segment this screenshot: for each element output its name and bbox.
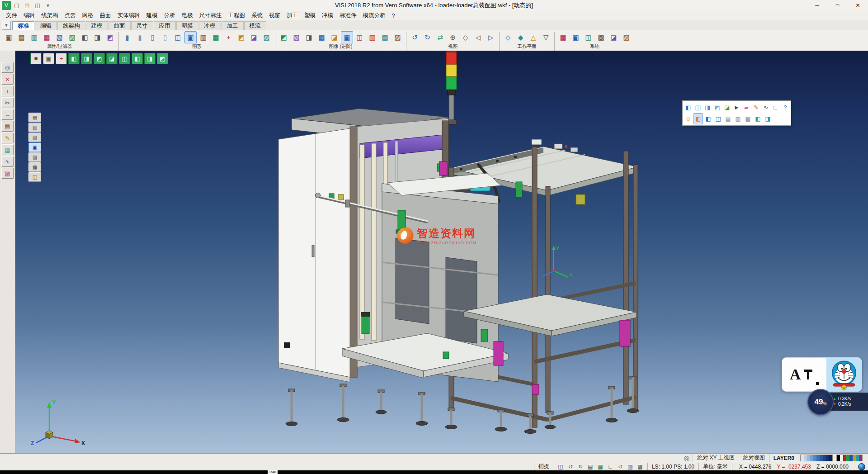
hidden-line-view-icon[interactable]: ◨ xyxy=(703,102,712,113)
status-ortho-icon[interactable]: ∟ xyxy=(606,462,615,471)
status-absolute-view[interactable]: 绝对视图 xyxy=(739,454,769,462)
tab-standard[interactable]: 标准 xyxy=(12,21,34,30)
curve-icon[interactable]: ∿ xyxy=(1,156,14,167)
previous-view-icon[interactable]: ◁ xyxy=(472,31,484,43)
menu-item-modeling[interactable]: 建模 xyxy=(143,12,161,19)
menu-item-machining[interactable]: 加工 xyxy=(283,12,301,19)
menu-item-window[interactable]: 视窗 xyxy=(266,12,283,19)
ghost-display-icon[interactable]: ▯ xyxy=(159,31,171,43)
tab-surface[interactable]: 曲面 xyxy=(108,21,131,30)
antialias-icon[interactable]: ▣ xyxy=(341,31,353,43)
iso-view-icon[interactable]: ◧ xyxy=(68,53,80,64)
layer-color-swatch[interactable] xyxy=(846,455,849,461)
tab-edit[interactable]: 编辑 xyxy=(35,21,57,30)
status-globe-icon[interactable] xyxy=(858,463,865,470)
attributes-icon[interactable]: ▣ xyxy=(3,31,15,43)
eraser-icon[interactable]: ▰ xyxy=(742,102,751,113)
grid-display-icon[interactable]: ▦ xyxy=(210,31,222,43)
layers-panel-icon[interactable]: ▩ xyxy=(28,162,41,172)
menu-item-dimension[interactable]: 尺寸标注 xyxy=(196,12,225,19)
transform-icon[interactable]: ↔ xyxy=(1,109,14,120)
delete-icon[interactable]: ✕ xyxy=(1,74,14,85)
smiley-icon[interactable]: ☺ xyxy=(684,113,693,124)
right-view-icon[interactable]: ◪ xyxy=(106,53,118,64)
display-settings-icon[interactable]: ▣ xyxy=(570,31,582,43)
menu-item-mold[interactable]: 塑模 xyxy=(301,12,319,19)
layer-color-swatch[interactable] xyxy=(856,455,859,461)
type-filter-icon[interactable]: ▨ xyxy=(66,31,78,43)
shaded-edges-icon[interactable]: ▣ xyxy=(184,31,197,43)
front-view-icon[interactable]: ◩ xyxy=(94,53,105,64)
layer-color-swatch[interactable] xyxy=(801,455,804,461)
sketch-icon[interactable]: ✎ xyxy=(1,133,14,143)
layer-color-swatch[interactable] xyxy=(859,455,862,461)
menu-item-edit[interactable]: 编辑 xyxy=(20,12,38,19)
layer-color-swatch[interactable] xyxy=(826,455,829,461)
viewport-canvas[interactable]: Y X ≡▣+◧◨◩◪◫◧◨◩ ▤▥▧▣▨▩◫ ◧◫◨◩◪►▰✎∿∟? ☺◧◧◫… xyxy=(0,51,868,453)
layer-color-swatch[interactable] xyxy=(820,455,823,461)
reflection-icon[interactable]: ▦ xyxy=(316,31,328,43)
axis-view-icon[interactable]: + xyxy=(56,53,67,64)
tab-dimension[interactable]: 尺寸 xyxy=(131,21,153,30)
bottom-view-icon[interactable]: ◨ xyxy=(144,53,156,64)
fit-view-icon[interactable]: ◇ xyxy=(459,31,472,43)
workplane-icon[interactable]: ◇ xyxy=(502,31,514,43)
new-file-icon[interactable]: ▢ xyxy=(12,1,21,10)
spline-icon[interactable]: ∿ xyxy=(761,102,770,113)
menu-item-pointcloud[interactable]: 点云 xyxy=(61,12,79,19)
menu-item-analysis[interactable]: 分析 xyxy=(161,12,179,19)
wireframe-view-icon[interactable]: ◫ xyxy=(693,102,702,113)
status-snap-icon[interactable]: ▦ xyxy=(596,462,605,471)
doc3-icon[interactable]: ▦ xyxy=(743,113,753,124)
menu-item-electrode[interactable]: 电极 xyxy=(179,12,196,19)
tab-flow[interactable]: 模流 xyxy=(244,21,266,30)
workplane-reset-icon[interactable]: ▽ xyxy=(540,31,552,43)
views-panel-icon[interactable]: ▧ xyxy=(28,133,41,142)
zoom-view-icon[interactable]: ⊕ xyxy=(447,31,459,43)
tab-dropdown-caret-icon[interactable]: ▼ xyxy=(2,21,11,30)
layer-color-swatch[interactable] xyxy=(840,455,843,461)
notes-panel-icon[interactable]: ▥ xyxy=(28,123,41,132)
blue-cube2-icon[interactable]: ◫ xyxy=(713,113,723,124)
workplane-align-icon[interactable]: ◆ xyxy=(514,31,527,43)
menu-item-wireframe[interactable]: 线架构 xyxy=(38,12,61,19)
props-panel-icon[interactable]: ◫ xyxy=(28,172,41,182)
color-filter-icon[interactable]: ▦ xyxy=(41,31,53,43)
cut-icon[interactable]: ✂ xyxy=(1,97,14,108)
layer-color-swatch[interactable] xyxy=(816,455,820,461)
status-undo-icon[interactable]: ↺ xyxy=(566,462,575,471)
pencil-icon[interactable]: ✎ xyxy=(751,102,760,113)
section-view-icon[interactable]: ◪ xyxy=(722,102,731,113)
dimetric-view-icon[interactable]: ◩ xyxy=(157,53,168,64)
desktop-widget-card[interactable]: A xyxy=(782,357,862,392)
shaded-view-icon[interactable]: ◧ xyxy=(684,102,693,113)
layer-color-swatch[interactable] xyxy=(807,455,810,461)
rotate-view-icon[interactable]: ↺ xyxy=(409,31,421,43)
axes-display-icon[interactable]: + xyxy=(222,31,235,43)
memory-usage-badge[interactable]: 49 % xyxy=(807,389,834,415)
rotate-back-icon[interactable]: ↻ xyxy=(421,31,434,43)
status-save-icon[interactable]: ◫ xyxy=(556,462,565,471)
unmask-icon[interactable]: ◨ xyxy=(91,31,104,43)
background-icon[interactable]: ▨ xyxy=(260,31,273,43)
hidden-line-icon[interactable]: ▯ xyxy=(146,31,159,43)
wcs-panel-icon[interactable]: ▣ xyxy=(28,142,41,152)
save-file-icon[interactable]: ◫ xyxy=(33,1,42,10)
menu-item-surface[interactable]: 曲面 xyxy=(97,12,114,19)
layer-color-swatch[interactable] xyxy=(823,455,826,461)
menu-item-flow-analysis[interactable]: 模流分析 xyxy=(360,12,389,19)
layer-color-swatch[interactable] xyxy=(837,455,840,461)
status-view-mode[interactable]: 绝对 XY 上视图 xyxy=(693,454,738,462)
perspective-icon[interactable]: ▥ xyxy=(197,31,209,43)
shadow-icon[interactable]: ◨ xyxy=(303,31,315,43)
status-print-icon[interactable]: ▤ xyxy=(586,462,595,471)
tab-wireframe[interactable]: 线架构 xyxy=(57,21,85,30)
grid-settings-icon[interactable]: ▩ xyxy=(595,31,607,43)
doc2-icon[interactable]: ▥ xyxy=(733,113,743,124)
close-button[interactable]: ✕ xyxy=(848,0,868,11)
menu-item-file[interactable]: 文件 xyxy=(3,12,20,19)
material-icon[interactable]: ◪ xyxy=(248,31,260,43)
attribute-copy-icon[interactable]: ▤ xyxy=(15,31,28,43)
back-view-icon[interactable]: ◧ xyxy=(132,53,143,64)
menu-item-help[interactable]: ? xyxy=(389,13,398,19)
